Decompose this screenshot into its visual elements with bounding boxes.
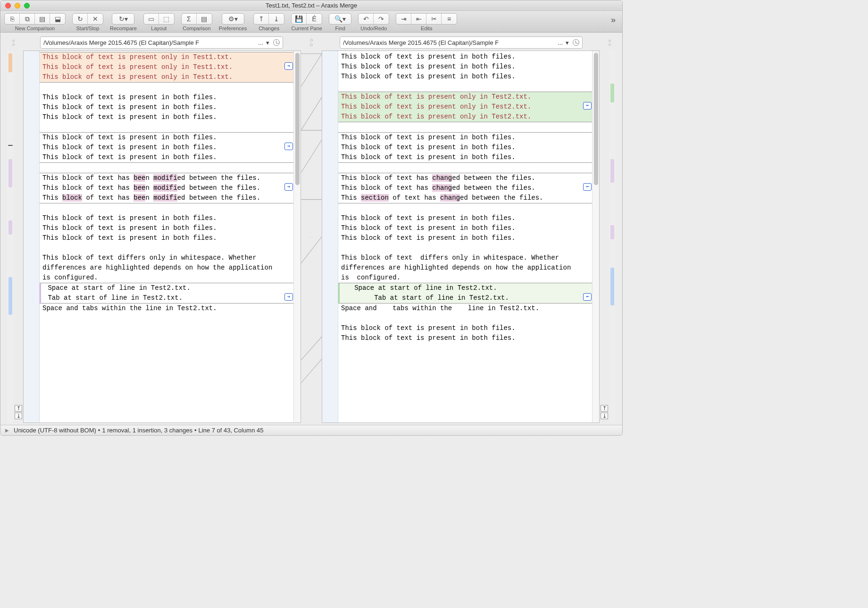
left-file-path-input[interactable]: /Volumes/Araxis Merge 2015.4675 (El Capi… <box>40 36 283 49</box>
left-overview-gutter[interactable] <box>7 51 14 423</box>
ellipsis-icon: ... <box>257 39 264 46</box>
text-line: This section of text has changed between… <box>338 193 592 203</box>
toolbar-label: Layout <box>151 25 167 31</box>
nav-first-button[interactable]: ⤒ <box>601 405 608 412</box>
right-overview-gutter[interactable] <box>609 51 616 423</box>
new-folder-compare-button[interactable]: ⧉ <box>20 14 35 24</box>
text-line: This block of text is present in both fi… <box>338 223 592 233</box>
history-icon[interactable] <box>273 39 280 46</box>
text-line <box>40 122 293 132</box>
text-line: This block of text is present only in Te… <box>338 102 592 112</box>
text-line: This block of text is present in both fi… <box>338 52 592 62</box>
toolbar-label: New Comparison <box>15 25 55 31</box>
text-line: This block of text is present in both fi… <box>338 323 592 333</box>
text-line: This block of text is present in both fi… <box>338 213 592 223</box>
history-icon[interactable] <box>573 39 579 46</box>
path-row: /Volumes/Araxis Merge 2015.4675 (El Capi… <box>0 33 622 51</box>
text-line: is configured. <box>40 273 293 283</box>
text-line: Space at start of line in Test2.txt.⬅ <box>338 283 592 293</box>
recompare-button[interactable]: ↻▾ <box>112 14 134 24</box>
edit-3-button[interactable]: ✂ <box>426 14 442 24</box>
text-line <box>338 122 592 132</box>
comparison-report-button[interactable]: ▤ <box>197 14 212 24</box>
center-handle-icon[interactable]: ⋯ <box>309 234 314 239</box>
right-path-text: /Volumes/Araxis Merge 2015.4675 (El Capi… <box>343 39 499 46</box>
right-text-area[interactable]: This block of text is present in both fi… <box>338 51 592 422</box>
text-line: This block of text is present in both fi… <box>338 333 592 343</box>
left-scrollbar[interactable] <box>293 51 300 422</box>
text-line <box>40 83 293 93</box>
path-dropdown-icon[interactable]: ▾ <box>264 39 271 46</box>
preferences-button[interactable]: ⚙▾ <box>222 14 244 24</box>
edit-2-button[interactable]: ⇤ <box>411 14 426 24</box>
text-line: This block of text is present in both fi… <box>338 62 592 72</box>
toolbar-label: Current Pane <box>291 25 322 31</box>
nav-first-button[interactable]: ⤒ <box>15 405 22 412</box>
ellipsis-icon: ... <box>557 39 564 46</box>
new-text-compare-button[interactable]: ⎘ <box>5 14 20 24</box>
merge-right-button[interactable]: ➔ <box>284 183 293 191</box>
right-scrollbar[interactable] <box>592 51 599 422</box>
text-line: This block of text is present in both fi… <box>40 152 293 163</box>
merge-left-button[interactable]: ⬅ <box>583 183 592 191</box>
text-line: This block of text differs only in white… <box>40 253 293 263</box>
toolbar-label: Find <box>335 25 345 31</box>
right-grip-icon <box>606 40 613 46</box>
layout-horizontal-button[interactable]: ▭ <box>144 14 159 24</box>
redo-button[interactable]: ↷ <box>374 14 389 24</box>
text-line <box>40 163 293 173</box>
prev-change-button[interactable]: ⤒ <box>254 14 269 24</box>
new-image-compare-button[interactable]: ▤ <box>35 14 50 24</box>
comparison-area: ⤒ ⤓ This block of text is present only i… <box>0 51 622 425</box>
merge-right-button[interactable]: ➔ <box>284 143 293 150</box>
layout-vertical-button[interactable]: ⬚ <box>159 14 174 24</box>
toolbar-group-undo-redo: ↶ ↷ Undo/Redo <box>358 13 389 31</box>
status-diff-summary: 1 removal, 1 insertion, 3 changes <box>102 427 192 434</box>
text-line: This block of text is present in both fi… <box>338 152 592 163</box>
merge-right-button[interactable]: ➔ <box>284 62 293 70</box>
text-line: This block of text is present in both fi… <box>40 143 293 152</box>
status-disclosure-icon[interactable]: ▶ <box>5 428 9 433</box>
find-button[interactable]: 🔍▾ <box>329 14 351 24</box>
edit-4-button[interactable]: ≡ <box>442 14 457 24</box>
text-line <box>40 203 293 213</box>
text-line: Space and tabs within the line in Test2.… <box>338 304 592 313</box>
text-line <box>338 163 592 173</box>
text-line: This block of text is present in both fi… <box>338 233 592 243</box>
next-change-button[interactable]: ⤓ <box>269 14 284 24</box>
merge-left-button[interactable]: ⬅ <box>583 102 592 110</box>
nav-last-button[interactable]: ⤓ <box>15 413 22 419</box>
toolbar-label: Recompare <box>110 25 137 31</box>
text-line: This block of text is present in both fi… <box>338 72 592 82</box>
left-grip-icon <box>10 40 17 46</box>
text-line: This block of text is present only in Te… <box>40 62 293 72</box>
stop-button[interactable]: ✕ <box>88 14 103 24</box>
new-binary-compare-button[interactable]: ⬓ <box>50 14 65 24</box>
toolbar-group-find: 🔍▾ Find <box>329 13 351 31</box>
merge-left-button[interactable]: ⬅ <box>583 293 592 301</box>
merge-right-button[interactable]: ➔ <box>284 293 293 301</box>
toolbar-overflow-button[interactable]: » <box>608 13 618 27</box>
undo-button[interactable]: ↶ <box>359 14 374 24</box>
nav-last-button[interactable]: ⤓ <box>601 413 608 419</box>
left-text-area[interactable]: This block of text is present only in Te… <box>40 51 293 422</box>
path-dropdown-icon[interactable]: ▾ <box>564 39 571 46</box>
status-encoding: Unicode (UTF-8 without BOM) <box>14 427 96 434</box>
edit-pane-button[interactable]: É <box>307 14 322 24</box>
status-cursor-position: Line 7 of 43, Column 45 <box>198 427 263 434</box>
start-button[interactable]: ↻ <box>73 14 88 24</box>
toolbar-label: Start/Stop <box>76 25 100 31</box>
text-line <box>40 243 293 253</box>
edit-1-button[interactable]: ⇥ <box>396 14 411 24</box>
text-line <box>338 243 592 253</box>
save-pane-button[interactable]: 💾 <box>292 14 307 24</box>
toolbar-group-current-pane: 💾 É Current Pane <box>291 13 322 31</box>
status-bar: ▶ Unicode (UTF-8 without BOM) • 1 remova… <box>0 425 622 435</box>
text-line: This block of text has changed between t… <box>338 183 592 193</box>
text-line: This block of text is present in both fi… <box>40 223 293 233</box>
right-pane: This block of text is present in both fi… <box>322 51 600 423</box>
right-line-numbers <box>322 51 338 422</box>
comparison-summary-button[interactable]: Σ <box>182 14 197 24</box>
text-line: This block of text is present in both fi… <box>338 143 592 152</box>
right-file-path-input[interactable]: /Volumes/Araxis Merge 2015.4675 (El Capi… <box>340 36 583 49</box>
